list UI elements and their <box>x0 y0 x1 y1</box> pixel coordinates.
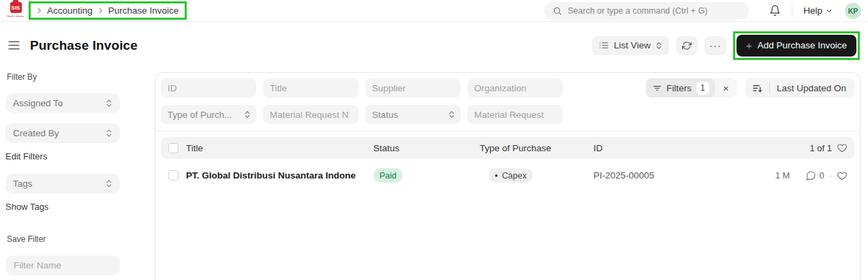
comments-button[interactable]: 0 <box>805 170 824 181</box>
add-button-highlight: + Add Purchase Invoice <box>733 31 860 60</box>
filter-row-1: Filters 1 × Last Updated On <box>161 78 854 97</box>
pagination-count: 1 of 1 <box>809 143 832 153</box>
navbar-right: Help KP <box>544 2 861 20</box>
app-logo[interactable]: SIS South Jakarta <box>7 2 25 19</box>
list-view-icon <box>599 40 609 50</box>
header-actions: List View ··· + Add Purchase Invoice <box>592 31 860 60</box>
supplier-filter-input[interactable] <box>365 78 461 97</box>
sort-label: Last Updated On <box>777 83 846 93</box>
ellipsis-icon: ··· <box>709 40 722 50</box>
row-checkbox[interactable] <box>168 170 179 181</box>
type-of-purchase-filter-select[interactable]: Type of Purch... <box>161 105 256 124</box>
logo-caption: South Jakarta <box>7 14 25 18</box>
more-options-button[interactable]: ··· <box>704 36 726 55</box>
status-filter-label: Status <box>372 110 398 120</box>
save-filter-label: Save Filter <box>7 234 46 244</box>
plus-icon: + <box>746 40 752 51</box>
type-of-purchase-badge: ● Capex <box>489 168 533 183</box>
chevron-updown-icon <box>106 99 112 108</box>
sort-button-divider <box>769 82 770 93</box>
assigned-to-select[interactable]: Assigned To <box>5 93 120 113</box>
dot-icon: ● <box>495 173 498 178</box>
heart-icon <box>837 170 848 181</box>
filters-label: Filters <box>666 83 692 93</box>
help-menu[interactable]: Help <box>803 5 833 16</box>
add-button-label: Add Purchase Invoice <box>758 40 847 50</box>
tags-label: Tags <box>13 178 33 189</box>
last-modified: 1 M <box>775 170 790 181</box>
chevron-right-icon <box>35 7 43 14</box>
status-badge: Paid <box>373 168 403 183</box>
row-id: PI-2025-00005 <box>593 170 775 181</box>
column-header-status[interactable]: Status <box>373 143 480 153</box>
add-purchase-invoice-button[interactable]: + Add Purchase Invoice <box>737 35 856 57</box>
list-area: Title Status Type of Purchase ID 1 of 1 … <box>155 131 860 195</box>
filters-button[interactable]: Filters 1 <box>646 78 715 97</box>
assigned-to-label: Assigned To <box>13 98 63 108</box>
chevron-updown-icon <box>106 129 112 138</box>
close-icon: × <box>723 82 729 94</box>
filter-by-label: Filter By <box>7 72 37 82</box>
help-label: Help <box>803 5 822 16</box>
filter-name-input[interactable] <box>5 255 120 275</box>
breadcrumb-accounting[interactable]: Accounting <box>47 5 93 16</box>
breadcrumb: Accounting Purchase Invoice <box>29 1 187 20</box>
top-navbar: SIS South Jakarta Accounting Purchase In… <box>0 0 868 22</box>
sidebar-toggle-icon[interactable] <box>7 39 21 52</box>
created-by-label: Created By <box>13 128 59 138</box>
table-header-row: Title Status Type of Purchase ID 1 of 1 <box>161 137 854 159</box>
filter-sidebar: Filter By Assigned To Created By Edit Fi… <box>0 62 155 279</box>
view-selector-dropdown[interactable]: List View <box>592 36 669 55</box>
chevron-updown-icon <box>448 110 455 119</box>
navbar-divider <box>792 5 792 17</box>
column-header-title[interactable]: Title <box>186 143 373 153</box>
global-search-field[interactable] <box>568 6 741 16</box>
global-search-input[interactable] <box>544 2 749 20</box>
edit-filters-link[interactable]: Edit Filters <box>5 151 47 161</box>
sort-button[interactable]: Last Updated On <box>745 78 854 97</box>
row-meta: 1 M 0 · <box>775 170 848 181</box>
like-button[interactable] <box>837 170 848 181</box>
chevron-updown-icon <box>244 110 251 119</box>
chevron-updown-icon <box>106 179 112 188</box>
select-all-checkbox[interactable] <box>168 143 179 153</box>
filters-button-group: Filters 1 × <box>646 78 737 97</box>
row-title[interactable]: PT. Global Distribusi Nusantara Indone <box>186 170 373 181</box>
table-row[interactable]: PT. Global Distribusi Nusantara Indone P… <box>161 161 854 189</box>
material-request-item-filter-input[interactable] <box>263 105 358 124</box>
filter-row-right: Filters 1 × Last Updated On <box>646 78 854 97</box>
filters-count-badge: 1 <box>696 82 709 95</box>
column-header-id[interactable]: ID <box>593 143 809 153</box>
tags-select[interactable]: Tags <box>5 174 120 193</box>
user-avatar[interactable]: KP <box>845 3 861 19</box>
page-header: Purchase Invoice List View ··· + Add Pur… <box>0 22 868 62</box>
logo-shield-icon: SIS <box>10 2 22 13</box>
chevron-updown-icon <box>655 42 662 50</box>
type-of-purchase-value: Capex <box>502 171 527 181</box>
chevron-down-icon <box>826 7 833 14</box>
type-of-purchase-filter-label: Type of Purch... <box>168 110 232 120</box>
search-icon <box>553 6 562 16</box>
quick-filter-area: Filters 1 × Last Updated On <box>155 73 860 131</box>
content-area: Filter By Assigned To Created By Edit Fi… <box>0 62 868 280</box>
clear-filters-button[interactable]: × <box>715 82 737 94</box>
column-header-type[interactable]: Type of Purchase <box>480 143 593 153</box>
id-filter-input[interactable] <box>161 78 256 97</box>
material-request-filter-input[interactable] <box>467 105 563 124</box>
status-filter-select[interactable]: Status <box>365 105 461 124</box>
show-tags-link[interactable]: Show Tags <box>5 202 48 212</box>
heart-icon[interactable] <box>837 142 848 153</box>
middot-separator: · <box>829 170 832 181</box>
breadcrumb-purchase-invoice[interactable]: Purchase Invoice <box>108 5 179 16</box>
filter-row-2: Type of Purch... Status <box>161 105 854 124</box>
created-by-select[interactable]: Created By <box>5 123 120 143</box>
chevron-right-icon <box>97 7 104 14</box>
sort-icon <box>752 83 762 93</box>
notifications-bell-icon[interactable] <box>769 5 781 16</box>
organization-filter-input[interactable] <box>467 78 563 97</box>
view-selector-label: List View <box>614 40 651 50</box>
refresh-button[interactable] <box>676 36 698 55</box>
title-filter-input[interactable] <box>263 78 358 97</box>
filter-funnel-icon <box>653 84 662 93</box>
list-panel: Filters 1 × Last Updated On <box>155 72 861 280</box>
